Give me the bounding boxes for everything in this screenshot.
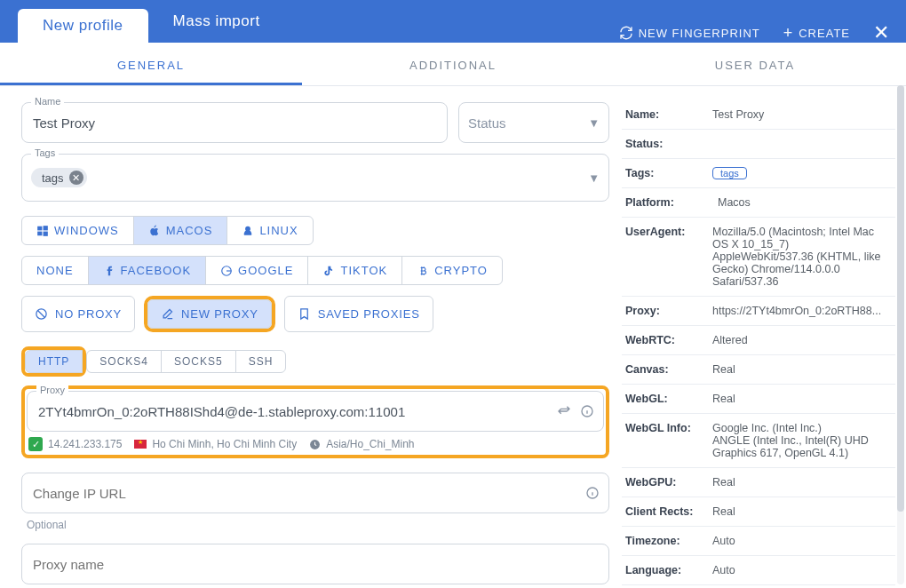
- change-ip-field[interactable]: [21, 473, 609, 513]
- summary-row: Name:Test Proxy: [622, 100, 895, 130]
- svg-rect-1: [44, 226, 48, 230]
- summary-value: Real: [709, 355, 895, 385]
- proxy-tz: Asia/Ho_Chi_Minh: [326, 438, 414, 450]
- highlight-new-proxy: NEW PROXY: [144, 296, 275, 332]
- summary-key: Language:: [622, 556, 709, 585]
- summary-key: Canvas:: [622, 355, 709, 385]
- tag-badge: tags: [712, 167, 747, 179]
- proxy-legend: Proxy: [36, 385, 68, 395]
- summary-value: Real: [709, 497, 895, 527]
- site-none[interactable]: NONE: [21, 256, 89, 285]
- tab-mass-import-label: Mass import: [173, 12, 260, 30]
- tab-additional[interactable]: ADDITIONAL: [302, 46, 604, 85]
- summary-value: Mozilla/5.0 (Macintosh; Intel Mac OS X 1…: [709, 218, 895, 297]
- saved-proxies-button[interactable]: SAVED PROXIES: [284, 296, 433, 332]
- proxy-field[interactable]: Proxy: [27, 391, 604, 432]
- no-proxy-button[interactable]: NO PROXY: [21, 296, 135, 332]
- close-icon[interactable]: ✕: [69, 171, 83, 185]
- summary-row: Geolocation:Auto: [622, 585, 895, 589]
- proxy-source-row: NO PROXY NEW PROXY SAVED PROXIES: [21, 296, 609, 332]
- summary-row: WebGL Info:Google Inc. (Intel Inc.) ANGL…: [622, 414, 895, 468]
- summary-row: WebRTC:Altered: [622, 326, 895, 355]
- proxy-meta: ✓ 14.241.233.175 Ho Chi Minh, Ho Chi Min…: [27, 432, 604, 453]
- svg-rect-2: [37, 231, 42, 235]
- summary-value: Auto: [709, 585, 895, 589]
- refresh-icon: [619, 26, 633, 40]
- name-input[interactable]: [31, 115, 438, 131]
- summary-value: Auto: [709, 556, 895, 585]
- summary-value: Google Inc. (Intel Inc.) ANGLE (Intel In…: [709, 414, 895, 468]
- summary-row: Client Rects:Real: [622, 497, 895, 527]
- summary-row: WebGPU:Real: [622, 468, 895, 497]
- summary-key: Geolocation:: [622, 585, 709, 589]
- new-fingerprint-button[interactable]: NEW FINGERPRINT: [619, 26, 760, 40]
- swap-icon[interactable]: [557, 404, 571, 418]
- windows-icon: [36, 225, 49, 237]
- proto-ssh[interactable]: SSH: [235, 350, 287, 373]
- site-google[interactable]: GOOGLE: [205, 256, 308, 285]
- summary-key: Timezone:: [622, 527, 709, 556]
- summary-value: https://2TYt4bmrOn_0:2oRTH88...: [709, 297, 895, 326]
- bookmark-icon: [298, 307, 311, 321]
- form-tabs: GENERAL ADDITIONAL USER DATA: [0, 46, 906, 86]
- tags-field[interactable]: Tags tags ✕ ▼: [21, 154, 609, 202]
- os-linux[interactable]: LINUX: [226, 216, 313, 245]
- os-macos[interactable]: MACOS: [133, 216, 228, 245]
- proto-socks5[interactable]: SOCKS5: [161, 350, 236, 373]
- google-icon: [220, 265, 233, 277]
- proxy-name-field[interactable]: [21, 544, 609, 584]
- tag-chip-label: tags: [42, 171, 64, 185]
- tag-chip[interactable]: tags ✕: [31, 168, 87, 187]
- proto-socks4[interactable]: SOCKS4: [86, 350, 162, 373]
- summary-value: Real: [709, 385, 895, 414]
- tab-user-data[interactable]: USER DATA: [604, 46, 906, 85]
- apple-icon: [148, 225, 161, 237]
- site-tiktok[interactable]: TIKTOK: [307, 256, 402, 285]
- svg-rect-3: [44, 231, 48, 235]
- status-select[interactable]: Status ▼: [458, 102, 609, 143]
- tab-general[interactable]: GENERAL: [0, 46, 302, 85]
- summary-key: Platform:: [622, 188, 709, 218]
- summary-row: Tags:tags: [622, 159, 895, 188]
- info-icon[interactable]: [585, 486, 600, 500]
- summary-value: Altered: [709, 326, 895, 355]
- summary-key: Tags:: [622, 159, 709, 188]
- summary-key: WebGPU:: [622, 468, 709, 497]
- topbar: New profile Mass import NEW FINGERPRINT …: [0, 0, 906, 43]
- proto-http[interactable]: HTTP: [25, 350, 83, 373]
- info-icon[interactable]: [580, 404, 594, 418]
- summary-key: WebGL Info:: [622, 414, 709, 468]
- edit-icon: [161, 307, 174, 321]
- tab-new-profile[interactable]: New profile: [18, 9, 148, 43]
- create-button[interactable]: + CREATE: [783, 24, 850, 43]
- no-icon: [35, 307, 48, 321]
- chevron-down-icon: ▼: [588, 171, 600, 185]
- summary-pane: Name:Test ProxyStatus:Tags:tagsPlatform:…: [622, 86, 906, 588]
- flag-icon: [134, 440, 147, 449]
- tab-new-profile-label: New profile: [43, 17, 123, 35]
- summary-value: Test Proxy: [709, 100, 895, 130]
- summary-row: UserAgent:Mozilla/5.0 (Macintosh; Intel …: [622, 218, 895, 297]
- summary-key: Client Rects:: [622, 497, 709, 527]
- summary-row: Status:: [622, 130, 895, 159]
- summary-key: UserAgent:: [622, 218, 709, 297]
- name-field[interactable]: Name: [21, 102, 448, 143]
- summary-value: [709, 130, 895, 159]
- site-facebook[interactable]: FACEBOOK: [88, 256, 207, 285]
- proxy-location: Ho Chi Minh, Ho Chi Minh City: [152, 438, 297, 450]
- summary-row: Proxy:https://2TYt4bmrOn_0:2oRTH88...: [622, 297, 895, 326]
- summary-value: Real: [709, 468, 895, 497]
- summary-value: Auto: [709, 527, 895, 556]
- new-proxy-button[interactable]: NEW PROXY: [147, 299, 272, 329]
- scrollbar-thumb[interactable]: [897, 85, 904, 512]
- proxy-input[interactable]: [36, 403, 594, 420]
- summary-key: Status:: [622, 130, 709, 159]
- proxy-name-input[interactable]: [31, 556, 600, 573]
- change-ip-input[interactable]: [31, 485, 600, 502]
- site-crypto[interactable]: CRYPTO: [401, 256, 503, 285]
- summary-key: WebRTC:: [622, 326, 709, 355]
- tab-mass-import[interactable]: Mass import: [148, 0, 285, 43]
- os-windows[interactable]: WINDOWS: [21, 216, 134, 245]
- close-icon[interactable]: ✕: [873, 23, 890, 43]
- summary-row: WebGL:Real: [622, 385, 895, 414]
